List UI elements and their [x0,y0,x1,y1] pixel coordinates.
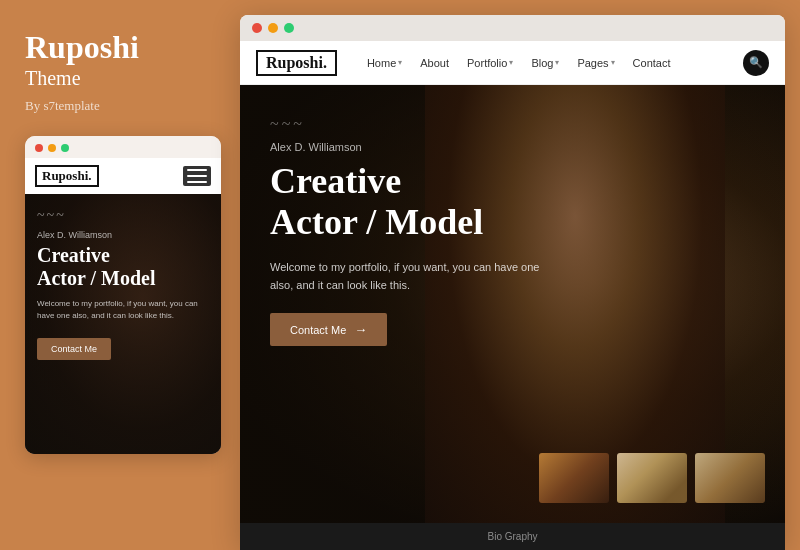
nav-link-blog[interactable]: Blog ▾ [531,57,559,69]
hero-title-line1: Creative [270,161,401,201]
arrow-right-icon: → [354,322,367,337]
hamburger-menu[interactable] [183,166,211,186]
left-panel: Ruposhi Theme By s7template Ruposhi. ~~~… [0,0,240,550]
thumbnail-1[interactable] [539,453,609,503]
hero-content: ~~~ Alex D. Williamson Creative Actor / … [240,85,785,376]
hero-wave-decoration: ~~~ [270,115,755,133]
mobile-nav: Ruposhi. [25,158,221,194]
nav-links: Home ▾ About Portfolio ▾ Blog ▾ Pages ▾ … [367,57,743,69]
desktop-dot-yellow [268,23,278,33]
mobile-author-name: Alex D. Williamson [37,230,209,240]
mobile-dot-red [35,144,43,152]
hero-cta-button[interactable]: Contact Me → [270,313,387,346]
mobile-hero-title: Creative Actor / Model [37,244,209,290]
chevron-down-icon: ▾ [509,58,513,67]
cta-label: Contact Me [290,324,346,336]
thumbnail-2[interactable] [617,453,687,503]
desktop-preview: Ruposhi. Home ▾ About Portfolio ▾ Blog ▾… [240,15,785,550]
bottom-label: Bio Graphy [487,531,537,542]
chevron-down-icon: ▾ [555,58,559,67]
theme-title: Ruposhi [25,30,220,65]
chevron-down-icon: ▾ [398,58,402,67]
desktop-dot-green [284,23,294,33]
theme-by: By s7template [25,98,220,114]
mobile-hero-description: Welcome to my portfolio, if you want, yo… [37,298,209,322]
nav-link-about[interactable]: About [420,57,449,69]
hero-author-name: Alex D. Williamson [270,141,755,153]
mobile-wave-decoration: ~~~ [37,208,209,224]
mobile-dot-green [61,144,69,152]
mobile-logo: Ruposhi. [35,165,99,187]
search-icon: 🔍 [749,56,763,69]
desktop-top-bar [240,15,785,41]
hero-thumbnails [539,453,765,503]
hero-title-line2: Actor / Model [270,202,483,242]
desktop-dot-red [252,23,262,33]
mobile-dot-yellow [48,144,56,152]
search-button[interactable]: 🔍 [743,50,769,76]
nav-link-contact[interactable]: Contact [633,57,671,69]
chevron-down-icon: ▾ [611,58,615,67]
desktop-hero: ~~~ Alex D. Williamson Creative Actor / … [240,85,785,523]
hero-description: Welcome to my portfolio, if you want, yo… [270,258,550,295]
nav-link-home[interactable]: Home ▾ [367,57,402,69]
mobile-cta-button[interactable]: Contact Me [37,338,111,360]
desktop-logo: Ruposhi. [256,50,337,76]
mobile-hero: ~~~ Alex D. Williamson Creative Actor / … [25,194,221,454]
mobile-hero-content: ~~~ Alex D. Williamson Creative Actor / … [25,194,221,374]
mobile-hero-title-line1: Creative [37,244,110,266]
desktop-nav: Ruposhi. Home ▾ About Portfolio ▾ Blog ▾… [240,41,785,85]
mobile-hero-title-line2: Actor / Model [37,267,156,289]
thumbnail-3[interactable] [695,453,765,503]
mobile-top-bar [25,136,221,158]
nav-link-portfolio[interactable]: Portfolio ▾ [467,57,513,69]
desktop-bottom-bar: Bio Graphy [240,523,785,550]
nav-link-pages[interactable]: Pages ▾ [577,57,614,69]
theme-subtitle: Theme [25,67,220,90]
mobile-preview: Ruposhi. ~~~ Alex D. Williamson Creative… [25,136,221,454]
hero-title: Creative Actor / Model [270,161,755,244]
